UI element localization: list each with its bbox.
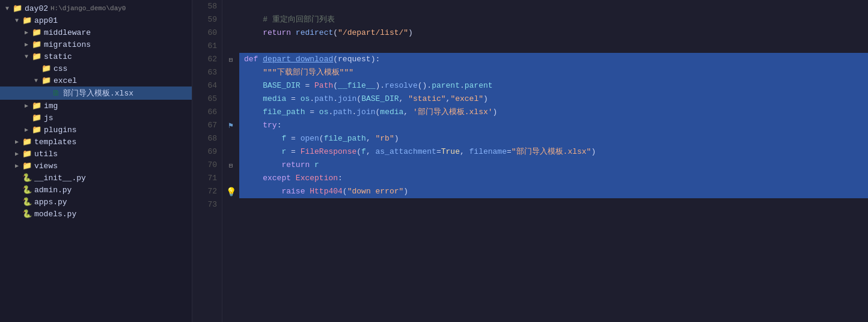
tree-item-models-py[interactable]: 🐍 models.py bbox=[0, 208, 192, 220]
gutter-60 bbox=[222, 26, 239, 40]
xlsx-icon: 🗎 bbox=[50, 89, 61, 98]
folder-icon-utils: 📁 bbox=[22, 149, 32, 159]
arrow-views bbox=[12, 162, 22, 169]
label-css: css bbox=[53, 64, 67, 73]
gutter-72: 💡 bbox=[222, 185, 239, 198]
folder-icon-day02: 📁 bbox=[12, 4, 23, 13]
gutter-68 bbox=[222, 132, 239, 145]
label-js: js bbox=[44, 114, 53, 123]
label-views: views bbox=[34, 162, 58, 171]
label-app01: app01 bbox=[34, 16, 58, 25]
folder-icon-plugins: 📁 bbox=[31, 125, 42, 135]
tree-item-utils[interactable]: 📁 utils bbox=[0, 148, 192, 160]
tree-item-static[interactable]: 📁 static bbox=[0, 50, 192, 62]
label-models-py: models.py bbox=[34, 210, 76, 219]
tree-item-migrations[interactable]: 📁 migrations bbox=[0, 38, 192, 50]
arrow-img bbox=[22, 102, 31, 109]
fold-icon-62[interactable]: ⊟ bbox=[229, 56, 233, 64]
tree-item-xlsx[interactable]: 🗎 部门导入模板.xlsx bbox=[0, 87, 192, 100]
tree-item-css[interactable]: 📁 css bbox=[0, 62, 192, 74]
label-middleware: middleware bbox=[44, 28, 91, 37]
gutter-63 bbox=[222, 66, 239, 79]
code-area: 58 59 60 61 62 63 64 65 66 67 68 69 70 7… bbox=[192, 0, 868, 322]
folder-icon-middleware: 📁 bbox=[31, 28, 42, 37]
arrow-utils bbox=[12, 150, 22, 157]
tree-item-excel[interactable]: 📁 excel bbox=[0, 74, 192, 87]
py-icon-init: 🐍 bbox=[22, 173, 32, 183]
gutter-70: ⊟ bbox=[222, 159, 239, 172]
arrow-static bbox=[22, 53, 31, 60]
code-line-70: return r bbox=[239, 159, 868, 172]
gutter-61 bbox=[222, 40, 239, 53]
code-line-71: except Exception: bbox=[239, 172, 868, 185]
gutter-65 bbox=[222, 93, 239, 106]
file-tree[interactable]: 📁 day02 H:\django_demo\day0 📁 app01 📁 mi… bbox=[0, 0, 192, 322]
code-line-60: return redirect("/depart/list/") bbox=[239, 26, 868, 40]
code-line-73 bbox=[239, 198, 868, 211]
bulb-icon-72[interactable]: 💡 bbox=[226, 187, 236, 197]
label-apps-py: apps.py bbox=[34, 198, 67, 207]
line-numbers: 58 59 60 61 62 63 64 65 66 67 68 69 70 7… bbox=[192, 0, 222, 322]
py-icon-models: 🐍 bbox=[22, 209, 32, 219]
code-editor: 58 59 60 61 62 63 64 65 66 67 68 69 70 7… bbox=[192, 0, 868, 322]
folder-icon-excel: 📁 bbox=[41, 76, 52, 85]
tree-item-img[interactable]: 📁 img bbox=[0, 100, 192, 112]
tree-item-app01[interactable]: 📁 app01 bbox=[0, 14, 192, 26]
py-icon-admin: 🐍 bbox=[22, 185, 32, 195]
gutter-67: ⚑ bbox=[222, 119, 239, 132]
tree-item-admin-py[interactable]: 🐍 admin.py bbox=[0, 184, 192, 196]
gutter-66 bbox=[222, 106, 239, 119]
folder-icon-templates: 📁 bbox=[22, 137, 32, 147]
bookmark-icon-67: ⚑ bbox=[228, 121, 233, 130]
arrow-templates bbox=[12, 138, 22, 145]
folder-icon-css: 📁 bbox=[41, 64, 52, 73]
label-utils: utils bbox=[34, 150, 58, 159]
label-templates: templates bbox=[34, 138, 76, 147]
gutter-58 bbox=[222, 0, 239, 13]
folder-icon-migrations: 📁 bbox=[31, 40, 42, 49]
gutter-64 bbox=[222, 79, 239, 93]
arrow-app01 bbox=[12, 17, 22, 24]
code-line-69: r = FileResponse(f, as_attachment=True, … bbox=[239, 145, 868, 159]
code-line-59: # 重定向回部门列表 bbox=[239, 13, 868, 26]
code-line-58 bbox=[239, 0, 868, 13]
tree-item-day02[interactable]: 📁 day02 H:\django_demo\day0 bbox=[0, 2, 192, 14]
py-icon-apps: 🐍 bbox=[22, 197, 32, 207]
tree-item-templates[interactable]: 📁 templates bbox=[0, 136, 192, 148]
gutter-69 bbox=[222, 145, 239, 159]
path-hint-day02: H:\django_demo\day0 bbox=[50, 5, 126, 12]
folder-icon-static: 📁 bbox=[31, 52, 42, 61]
tree-item-js[interactable]: 📁 js bbox=[0, 112, 192, 124]
code-line-63: """下载部门导入模板""" bbox=[239, 66, 868, 79]
tree-item-middleware[interactable]: 📁 middleware bbox=[0, 26, 192, 38]
code-line-72: raise Http404("down error") bbox=[239, 185, 868, 198]
folder-icon-app01: 📁 bbox=[22, 16, 32, 25]
label-xlsx: 部门导入模板.xlsx bbox=[63, 88, 133, 99]
code-line-61 bbox=[239, 40, 868, 53]
gutter-59 bbox=[222, 13, 239, 26]
arrow-excel bbox=[31, 77, 41, 84]
code-line-65: media = os.path.join(BASE_DIR, "static",… bbox=[239, 93, 868, 106]
arrow-migrations bbox=[22, 41, 31, 48]
arrow-middleware bbox=[22, 29, 31, 36]
tree-item-init-py[interactable]: 🐍 __init__.py bbox=[0, 172, 192, 184]
code-line-64: BASE_DIR = Path(__file__).resolve().pare… bbox=[239, 79, 868, 93]
tree-item-views[interactable]: 📁 views bbox=[0, 160, 192, 172]
gutter-71 bbox=[222, 172, 239, 185]
folder-icon-img: 📁 bbox=[31, 101, 42, 111]
gutter-62: ⊟ bbox=[222, 53, 239, 66]
fold-icon-70[interactable]: ⊟ bbox=[229, 162, 233, 169]
code-content[interactable]: # 重定向回部门列表 return redirect("/depart/list… bbox=[239, 0, 868, 322]
arrow-day02 bbox=[2, 5, 12, 12]
label-admin-py: admin.py bbox=[34, 186, 72, 195]
code-line-67: try: bbox=[239, 119, 868, 132]
tree-item-apps-py[interactable]: 🐍 apps.py bbox=[0, 196, 192, 208]
tree-item-plugins[interactable]: 📁 plugins bbox=[0, 124, 192, 136]
gutter: ⊟ ⚑ ⊟ 💡 bbox=[222, 0, 239, 322]
label-excel: excel bbox=[53, 76, 77, 85]
folder-icon-views: 📁 bbox=[22, 161, 32, 171]
code-line-62: def depart_download(request): bbox=[239, 53, 868, 66]
code-line-66: file_path = os.path.join(media, '部门导入模板.… bbox=[239, 106, 868, 119]
label-init-py: __init__.py bbox=[34, 174, 86, 183]
label-day02: day02 bbox=[25, 4, 48, 13]
